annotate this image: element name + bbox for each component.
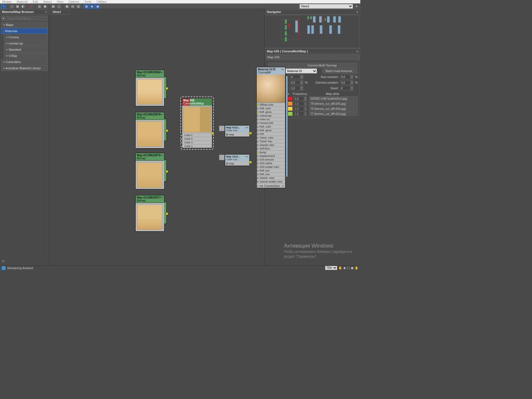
item-count-spinner[interactable]: ▴▾	[290, 75, 303, 79]
map-slot-button[interactable]: 77 (brevno_cut_diff-(04).jpg)	[309, 112, 358, 116]
input-slot[interactable]: Color 3	[182, 141, 212, 144]
material-outputs-bar[interactable]	[286, 76, 288, 177]
frequency-spinner[interactable]: ▴▾	[294, 112, 309, 116]
input-port[interactable]	[256, 155, 258, 157]
material-input-slot[interactable]: SSS amount	[257, 158, 285, 161]
input-port[interactable]	[256, 104, 258, 106]
color-correction-node[interactable]: Map #213...Color Cor...— Map	[225, 125, 250, 137]
input-port[interactable]	[256, 137, 258, 139]
material-input-slot[interactable]: SSS radius	[257, 161, 285, 165]
view-select[interactable]: View1	[299, 4, 353, 9]
input-slot[interactable]: Color 2	[182, 137, 212, 141]
minimize-icon[interactable]: —	[160, 71, 163, 74]
tool-icon[interactable]: ▦	[84, 4, 89, 9]
material-input-slot[interactable]: Refl. env.	[257, 169, 285, 172]
minimize-icon[interactable]: —	[160, 113, 163, 116]
output-port[interactable]	[166, 170, 168, 173]
close-icon[interactable]: ×	[45, 10, 47, 14]
browser-item[interactable]: + mental ray	[4, 41, 48, 46]
browser-item[interactable]: + Autodesk Material Library	[1, 65, 48, 71]
browser-item[interactable]: - Materials	[1, 28, 48, 34]
input-port[interactable]	[256, 173, 258, 175]
material-input-slot[interactable]: Opacity color	[257, 143, 285, 147]
menu-item[interactable]: View	[57, 0, 64, 3]
navigator-viewport[interactable]	[265, 15, 360, 48]
map-slot-button[interactable]: 625882 (c467a1d6e02e2.jpg)	[309, 96, 358, 101]
material-input-slot[interactable]: Aniso rot.	[257, 117, 285, 121]
browser-item[interactable]: + Standard	[4, 47, 48, 52]
material-input-slot[interactable]: Transl. color	[257, 136, 285, 139]
bitmap-node[interactable]: Map #2138625877Bitmap—	[135, 195, 165, 232]
input-port[interactable]	[256, 111, 258, 113]
node-editor-viewport[interactable]: View1 Map #2138625882Bitmap— Map #213862…	[49, 9, 265, 265]
menu-item[interactable]: Utilities	[97, 0, 106, 3]
frequency-spinner[interactable]: ▴▾	[294, 96, 309, 101]
material-input-slot[interactable]: Bump	[257, 150, 285, 154]
input-port[interactable]	[256, 141, 258, 142]
input-port[interactable]	[256, 144, 258, 146]
input-port[interactable]	[180, 138, 182, 140]
mode-select[interactable]: Material ID	[285, 68, 317, 73]
input-port[interactable]	[256, 130, 258, 131]
material-input-slot[interactable]: Self-illum.	[257, 147, 285, 150]
minimize-icon[interactable]: —	[245, 155, 248, 158]
search-dropdown-icon[interactable]: ▾	[1, 16, 5, 21]
material-input-slot[interactable]: Fresnel IOR	[257, 121, 285, 125]
tool-icon[interactable]: ◫	[9, 4, 14, 9]
material-input-slot[interactable]: IOR	[257, 132, 285, 136]
input-port[interactable]	[256, 148, 258, 150]
material-input-slot[interactable]: Refl. color	[257, 106, 285, 110]
tool-icon[interactable]: ▣	[43, 4, 48, 9]
menu-item[interactable]: Edit	[33, 0, 38, 3]
tool-icon[interactable]: ▥	[76, 4, 81, 9]
output-port[interactable]	[249, 132, 252, 135]
map-name-field[interactable]: Map #26	[265, 55, 360, 60]
nav-icon[interactable]: ▣	[351, 266, 354, 270]
bitmap-node[interactable]: Map #2138625878Bitmap—	[135, 112, 165, 149]
delete-icon[interactable]: ✕	[29, 4, 34, 9]
input-port[interactable]	[256, 126, 258, 128]
material-input-slot[interactable]: Anisotropy	[257, 114, 285, 117]
color-correction-node[interactable]: Map #213...Color Cor...— Map	[225, 154, 250, 166]
seed-spinner[interactable]: ▴▾	[340, 86, 353, 90]
input-port[interactable]	[180, 142, 182, 144]
input-port[interactable]	[256, 119, 258, 121]
tool-icon[interactable]: ▦	[15, 4, 20, 9]
search-input[interactable]	[6, 16, 48, 21]
output-port[interactable]	[211, 132, 214, 135]
blur-spinner[interactable]: ▴▾	[290, 86, 303, 90]
material-input-slot[interactable]: SSS scatter color	[257, 165, 285, 169]
output-port[interactable]	[166, 87, 168, 90]
input-port[interactable]	[256, 181, 258, 183]
menu-item[interactable]: Tools	[84, 0, 91, 3]
input-port[interactable]	[256, 115, 258, 117]
zoom-select[interactable]: 70%	[325, 266, 337, 270]
tool-icon[interactable]: ◫	[56, 4, 61, 9]
material-node[interactable]: Material #170CoronaMtl— Diffuse colorRef…	[256, 67, 286, 188]
nav-icon[interactable]: ◆	[343, 266, 346, 270]
material-input-slot[interactable]: Volume scatter color	[257, 180, 285, 183]
gamma-random-spinner[interactable]: ▴▾	[340, 80, 353, 85]
bitmap-node[interactable]: Map #2138625882Bitmap—	[135, 70, 165, 106]
material-input-slot[interactable]: Refr. gloss.	[257, 128, 285, 132]
material-input-slot[interactable]: Absorb. color	[257, 176, 285, 180]
hue-random-spinner[interactable]: ▴▾	[340, 75, 353, 79]
multimap-node[interactable]: Map #26CoronaMultiMap Color 1Color 2Colo…	[182, 98, 213, 148]
minimize-icon[interactable]: —	[160, 196, 163, 199]
minimize-icon[interactable]: —	[245, 126, 248, 129]
browser-item[interactable]: + Controllers	[1, 59, 48, 65]
material-footer[interactable]: +mr Connection+	[257, 183, 285, 188]
nav-icon[interactable]: ▢	[347, 266, 350, 270]
pan-icon[interactable]: ✋	[338, 266, 342, 270]
material-input-slot[interactable]: Refl. gloss.	[257, 110, 285, 114]
material-input-slot[interactable]: Displacement	[257, 154, 285, 158]
menu-item[interactable]: Modes	[2, 0, 12, 3]
input-port[interactable]	[256, 177, 258, 179]
dropdown-icon[interactable]: ▾	[354, 4, 359, 9]
mix-amount-spinner[interactable]: ▴▾	[290, 80, 303, 85]
menu-item[interactable]: Options	[68, 0, 79, 3]
browser-item[interactable]: + Corona	[4, 34, 48, 40]
output-port[interactable]	[166, 212, 168, 215]
input-port[interactable]	[256, 166, 258, 168]
nav-icon[interactable]: ✋	[355, 266, 359, 270]
